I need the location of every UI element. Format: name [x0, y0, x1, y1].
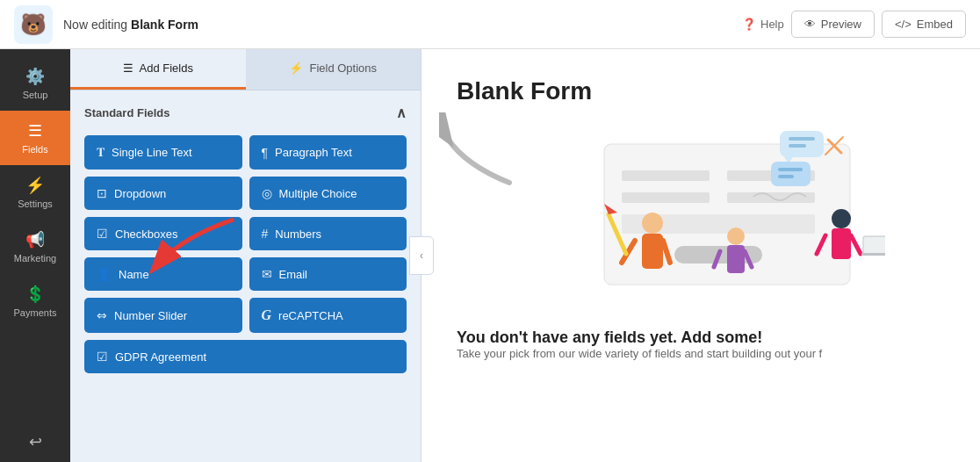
- svg-point-18: [642, 213, 663, 234]
- tab-bar: ☰ Add Fields ⚡ Field Options: [70, 49, 421, 90]
- sidebar-item-payments[interactable]: 💲 Payments: [0, 274, 70, 328]
- field-checkboxes[interactable]: ☑ Checkboxes: [84, 217, 242, 250]
- main-layout: ⚙️ Setup ☰ Fields ⚡ Settings 📢 Marketing…: [0, 49, 980, 462]
- sidebar-item-label: Payments: [14, 307, 57, 318]
- svg-rect-29: [861, 253, 885, 256]
- paragraph-icon: ¶: [262, 146, 269, 160]
- numbers-icon: #: [262, 227, 269, 241]
- field-gdpr[interactable]: ☑ GDPR Agreement: [84, 340, 407, 373]
- name-icon: 👤: [97, 267, 112, 281]
- sidebar-item-label: Marketing: [14, 253, 56, 263]
- fields-content: Standard Fields ∧ 𝐓 Single Line Text ¶ P…: [70, 90, 421, 462]
- payments-icon: 💲: [25, 285, 45, 304]
- svg-rect-15: [778, 175, 794, 178]
- help-button[interactable]: ❓ Help: [742, 18, 784, 31]
- empty-subtext: Take your pick from our wide variety of …: [457, 347, 945, 360]
- help-icon: ❓: [742, 18, 756, 31]
- setup-icon: ⚙️: [25, 67, 45, 86]
- empty-heading: You don't have any fields yet. Add some!: [457, 328, 945, 347]
- field-dropdown[interactable]: ⊡ Dropdown: [84, 177, 242, 210]
- svg-rect-14: [778, 168, 803, 171]
- svg-rect-19: [642, 234, 663, 269]
- field-numbers[interactable]: # Numbers: [249, 217, 407, 250]
- field-email[interactable]: ✉ Email: [249, 257, 407, 291]
- svg-point-30: [727, 227, 745, 245]
- sidebar-item-marketing[interactable]: 📢 Marketing: [0, 220, 70, 274]
- field-options-icon: ⚡: [289, 61, 303, 75]
- svg-rect-10: [789, 137, 815, 141]
- eye-icon: 👁: [804, 18, 816, 31]
- gdpr-icon: ☑: [97, 350, 108, 364]
- sidebar-item-fields[interactable]: ☰ Fields: [0, 111, 70, 165]
- svg-point-24: [832, 209, 851, 228]
- text-icon: 𝐓: [97, 145, 104, 160]
- empty-form-illustration: [516, 126, 885, 311]
- editing-title: Now editing Blank Form: [63, 18, 198, 32]
- topbar-left: 🐻 Now editing Blank Form: [14, 5, 198, 44]
- sidebar-item-setup[interactable]: ⚙️ Setup: [0, 56, 70, 111]
- sidebar-nav: ⚙️ Setup ☰ Fields ⚡ Settings 📢 Marketing…: [0, 49, 70, 462]
- checkboxes-icon: ☑: [97, 227, 108, 241]
- sidebar-item-label: Fields: [22, 144, 47, 155]
- svg-rect-11: [789, 144, 806, 148]
- add-fields-icon: ☰: [123, 61, 133, 75]
- settings-icon: ⚡: [25, 176, 45, 195]
- dropdown-icon: ⊡: [97, 186, 107, 200]
- tab-add-fields[interactable]: ☰ Add Fields: [70, 49, 246, 90]
- field-paragraph-text[interactable]: ¶ Paragraph Text: [249, 135, 407, 170]
- chevron-left-icon: ‹: [420, 249, 423, 262]
- form-preview: Blank Form: [422, 49, 980, 462]
- svg-rect-25: [832, 228, 851, 259]
- fields-grid: 𝐓 Single Line Text ¶ Paragraph Text ⊡ Dr…: [84, 135, 407, 333]
- section-label: Standard Fields: [84, 106, 170, 119]
- history-icon: ↩: [29, 432, 42, 451]
- sidebar-item-label: Setup: [23, 90, 48, 100]
- form-title: Blank Form: [457, 77, 945, 105]
- field-number-slider[interactable]: ⇔ Number Slider: [84, 298, 242, 333]
- topbar-right: ❓ Help 👁 Preview </> Embed: [742, 11, 966, 38]
- recaptcha-icon: G: [262, 307, 272, 323]
- empty-state-content: Blank Form: [457, 77, 945, 360]
- svg-rect-3: [622, 170, 710, 181]
- fields-panel: ☰ Add Fields ⚡ Field Options Standard Fi…: [70, 49, 422, 462]
- field-recaptcha[interactable]: G reCAPTCHA: [249, 298, 407, 333]
- illustration-area: [457, 126, 945, 311]
- collapse-panel-button[interactable]: ‹: [409, 236, 434, 275]
- preview-button[interactable]: 👁 Preview: [791, 11, 875, 38]
- topbar: 🐻 Now editing Blank Form ❓ Help 👁 Previe…: [0, 0, 980, 49]
- sidebar-item-label: Settings: [18, 199, 53, 209]
- svg-rect-13: [771, 162, 811, 186]
- fields-panel-wrapper: ☰ Add Fields ⚡ Field Options Standard Fi…: [70, 49, 422, 462]
- svg-rect-31: [727, 245, 745, 273]
- logo-icon: 🐻: [20, 12, 47, 37]
- email-icon: ✉: [262, 267, 272, 281]
- field-name[interactable]: 👤 Name: [84, 257, 242, 291]
- tab-field-options[interactable]: ⚡ Field Options: [246, 49, 422, 90]
- field-multiple-choice[interactable]: ◎ Multiple Choice: [249, 177, 407, 210]
- section-header: Standard Fields ∧: [84, 101, 407, 125]
- field-single-line-text[interactable]: 𝐓 Single Line Text: [84, 135, 242, 170]
- slider-icon: ⇔: [97, 308, 107, 322]
- embed-button[interactable]: </> Embed: [882, 11, 966, 38]
- sidebar-item-settings[interactable]: ⚡ Settings: [0, 165, 70, 220]
- code-icon: </>: [895, 18, 912, 31]
- marketing-icon: 📢: [25, 230, 45, 249]
- svg-rect-5: [622, 192, 710, 203]
- svg-rect-28: [863, 236, 885, 254]
- logo: 🐻: [14, 5, 53, 44]
- svg-line-27: [851, 235, 861, 254]
- sidebar-item-history[interactable]: ↩: [0, 422, 70, 462]
- multiple-choice-icon: ◎: [262, 186, 272, 200]
- chevron-up-icon[interactable]: ∧: [396, 105, 407, 121]
- fields-icon: ☰: [28, 121, 42, 141]
